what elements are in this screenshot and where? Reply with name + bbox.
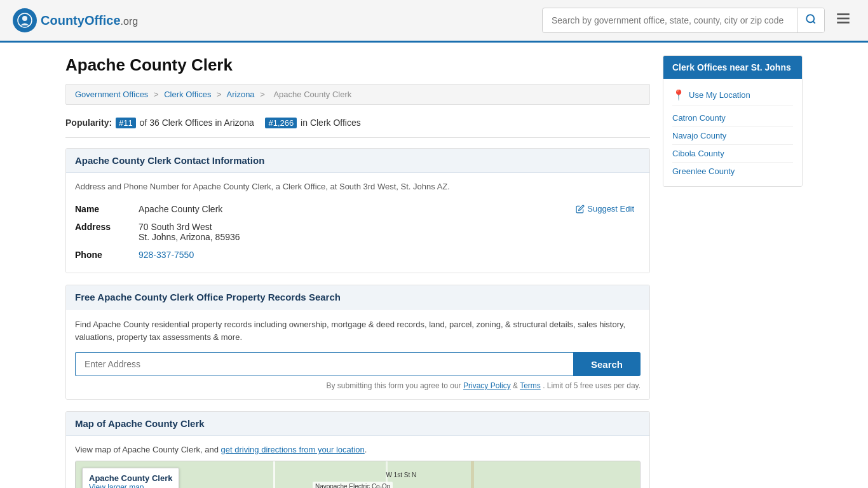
terms-link[interactable]: Terms <box>520 381 541 390</box>
sidebar: Clerk Offices near St. Johns 📍 Use My Lo… <box>663 55 803 488</box>
use-my-location-label: Use My Location <box>689 90 750 100</box>
svg-point-2 <box>806 15 814 22</box>
global-search-bar[interactable] <box>542 8 825 33</box>
popularity-bar: Popularity: #11 of 36 Clerk Offices in A… <box>65 112 650 138</box>
table-row: Name Apache County Clerk Suggest Edit <box>75 200 641 218</box>
map-road <box>273 461 275 488</box>
form-note: By submitting this form you agree to our… <box>75 381 641 390</box>
contact-info-table: Name Apache County Clerk Suggest Edit Ad… <box>75 200 641 264</box>
contact-section-body: Address and Phone Number for Apache Coun… <box>66 173 649 273</box>
sidebar-item-cibola[interactable]: Cibola County <box>672 145 793 163</box>
site-header: CountyOffice.org <box>0 0 868 43</box>
table-row: Phone 928-337-7550 <box>75 246 641 264</box>
phone-label: Phone <box>75 246 139 264</box>
sidebar-item-navajo[interactable]: Navajo County <box>672 127 793 145</box>
property-search-header: Free Apache County Clerk Office Property… <box>66 285 649 309</box>
global-search-input[interactable] <box>543 10 797 30</box>
map-info-box: Apache County Clerk View larger map <box>82 468 179 488</box>
map-section: Map of Apache County Clerk View map of A… <box>65 411 650 488</box>
address-label: Address <box>75 218 139 246</box>
suggest-edit-link[interactable]: Suggest Edit <box>576 204 634 214</box>
contact-section: Apache County Clerk Contact Information … <box>65 148 650 273</box>
address-search-button[interactable]: Search <box>573 352 641 376</box>
popularity-rank-local: #11 <box>116 118 136 128</box>
map-section-body: View map of Apache County Clerk, and get… <box>66 436 649 488</box>
breadcrumb-clerk-offices[interactable]: Clerk Offices <box>164 90 211 99</box>
map-info-title: Apache County Clerk <box>89 473 172 483</box>
address-value: 70 South 3rd West St. Johns, Arizona, 85… <box>139 218 641 246</box>
breadcrumb-current: Apache County Clerk <box>273 90 351 99</box>
menu-icon[interactable] <box>831 6 855 34</box>
svg-line-3 <box>813 21 815 23</box>
popularity-label: Popularity: <box>65 118 112 128</box>
phone-link[interactable]: 928-337-7550 <box>139 250 194 260</box>
directions-link[interactable]: get driving directions from your locatio… <box>221 445 365 454</box>
logo-area[interactable]: CountyOffice.org <box>13 8 138 32</box>
main-container: Apache County Clerk Government Offices >… <box>53 43 815 488</box>
table-row: Address 70 South 3rd West St. Johns, Ari… <box>75 218 641 246</box>
use-my-location-button[interactable]: 📍 Use My Location <box>672 85 793 105</box>
property-search-description: Find Apache County residential property … <box>75 318 641 343</box>
page-title: Apache County Clerk <box>65 55 650 75</box>
map-description: View map of Apache County Clerk, and get… <box>75 445 641 454</box>
logo-text: CountyOffice.org <box>41 13 138 28</box>
svg-point-1 <box>22 16 27 21</box>
breadcrumb-gov-offices[interactable]: Government Offices <box>75 90 148 99</box>
property-search-section: Free Apache County Clerk Office Property… <box>65 285 650 400</box>
popularity-rank-national-text: in Clerk Offices <box>301 118 361 128</box>
breadcrumb: Government Offices > Clerk Offices > Ari… <box>65 84 650 105</box>
sidebar-box-header: Clerk Offices near St. Johns <box>663 56 802 79</box>
global-search-button[interactable] <box>797 8 824 32</box>
map-label: Navopache Electric Co-Op <box>313 482 393 488</box>
address-search-input[interactable] <box>75 352 573 376</box>
sidebar-box-body: 📍 Use My Location Catron County Navajo C… <box>663 79 802 186</box>
map-road <box>471 461 474 488</box>
phone-value: 928-337-7550 <box>139 246 641 264</box>
content-area: Apache County Clerk Government Offices >… <box>65 55 650 488</box>
popularity-rank-national: #1,266 <box>265 118 297 128</box>
privacy-policy-link[interactable]: Privacy Policy <box>463 381 511 390</box>
contact-description: Address and Phone Number for Apache Coun… <box>75 182 641 191</box>
sidebar-box: Clerk Offices near St. Johns 📍 Use My Lo… <box>663 55 803 187</box>
header-right <box>542 6 855 34</box>
map-placeholder[interactable]: Apache County Clerk View larger map Navo… <box>75 461 641 488</box>
sidebar-item-greenlee[interactable]: Greenlee County <box>672 163 793 180</box>
logo-icon <box>13 8 37 32</box>
name-label: Name <box>75 200 139 218</box>
map-label: W 1st St N <box>386 471 416 478</box>
contact-section-header: Apache County Clerk Contact Information <box>66 149 649 173</box>
popularity-rank-local-text: of 36 Clerk Offices in Arizona <box>140 118 254 128</box>
address-search-row: Search <box>75 352 641 376</box>
sidebar-item-catron[interactable]: Catron County <box>672 109 793 127</box>
map-section-header: Map of Apache County Clerk <box>66 412 649 436</box>
breadcrumb-arizona[interactable]: Arizona <box>227 90 255 99</box>
name-value: Apache County Clerk Suggest Edit <box>139 200 641 218</box>
location-pin-icon: 📍 <box>672 89 685 101</box>
view-larger-map-link[interactable]: View larger map <box>89 483 144 488</box>
property-search-body: Find Apache County residential property … <box>66 309 649 399</box>
